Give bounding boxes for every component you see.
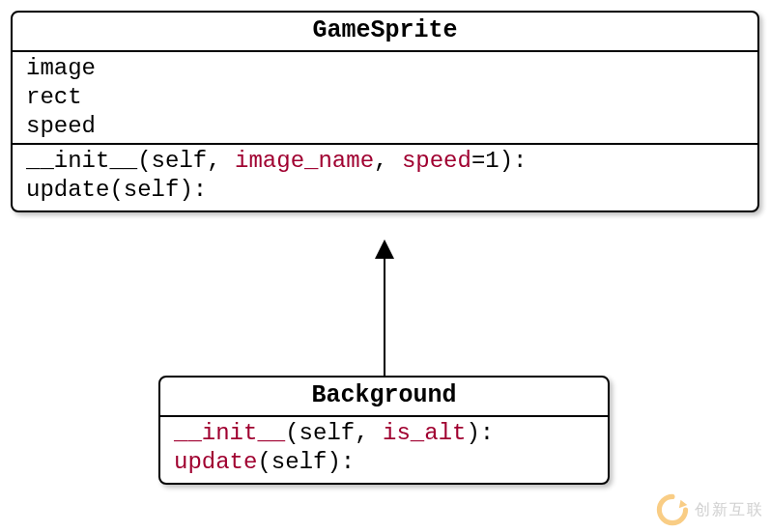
attr-image: image bbox=[26, 54, 748, 83]
class-methods: __init__(self, image_name, speed=1): upd… bbox=[13, 145, 757, 210]
param-is-alt: is_alt bbox=[383, 420, 466, 446]
method-name: __init__ bbox=[26, 148, 137, 174]
method-name: update bbox=[174, 449, 257, 475]
class-name: Background bbox=[160, 378, 608, 417]
param-speed: speed bbox=[402, 148, 471, 174]
watermark-logo-icon bbox=[656, 493, 689, 526]
method-tail: ): bbox=[466, 420, 494, 446]
uml-class-background: Background __init__(self, is_alt): updat… bbox=[158, 376, 610, 485]
uml-class-gamesprite: GameSprite image rect speed __init__(sel… bbox=[11, 11, 759, 212]
method-update: update(self): bbox=[26, 176, 748, 205]
watermark: 创新互联 bbox=[656, 493, 764, 526]
attr-speed: speed bbox=[26, 112, 748, 141]
method-tail: =1): bbox=[471, 148, 528, 174]
class-attributes: image rect speed bbox=[13, 52, 757, 145]
method-open: (self, bbox=[285, 420, 383, 446]
method-update: update(self): bbox=[174, 448, 598, 477]
method-sep: , bbox=[374, 148, 402, 174]
method-tail: (self): bbox=[257, 449, 355, 475]
svg-marker-2 bbox=[679, 500, 688, 509]
svg-marker-1 bbox=[375, 239, 394, 259]
attr-rect: rect bbox=[26, 83, 748, 112]
method-init: __init__(self, image_name, speed=1): bbox=[26, 147, 748, 176]
method-name: __init__ bbox=[174, 420, 285, 446]
method-init: __init__(self, is_alt): bbox=[174, 419, 598, 448]
class-name: GameSprite bbox=[13, 13, 757, 52]
method-open: (self, bbox=[137, 148, 235, 174]
watermark-text: 创新互联 bbox=[695, 500, 764, 520]
class-methods: __init__(self, is_alt): update(self): bbox=[160, 417, 608, 483]
param-image-name: image_name bbox=[235, 148, 374, 174]
